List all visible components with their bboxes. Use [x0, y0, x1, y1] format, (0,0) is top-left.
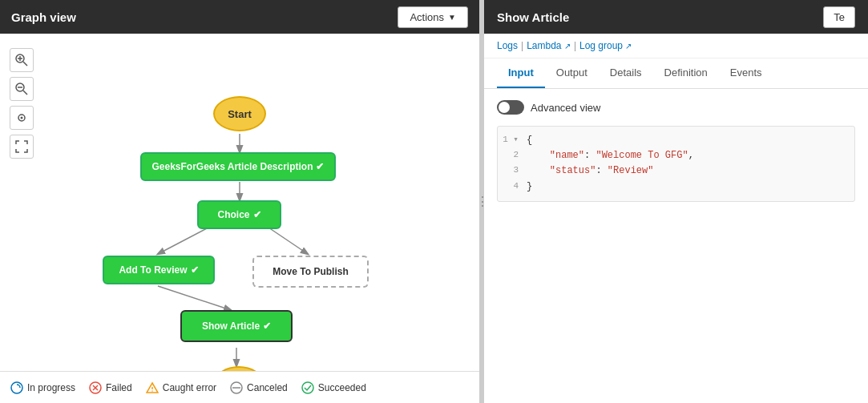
- article-desc-checkmark: ✔: [316, 161, 324, 172]
- tab-details[interactable]: Details: [599, 58, 653, 88]
- right-panel-title: Show Article: [497, 10, 569, 24]
- expand-icon: [15, 140, 28, 153]
- in-progress-icon: [10, 381, 24, 395]
- advanced-view-label: Advanced view: [531, 102, 600, 114]
- left-panel: Graph view Actions ▼: [0, 0, 481, 403]
- tab-definition[interactable]: Definition: [653, 58, 719, 88]
- move-to-publish-node[interactable]: Move To Publish: [252, 256, 369, 288]
- legend-failed: Failed: [88, 381, 132, 395]
- tab-events[interactable]: Events: [719, 58, 773, 88]
- code-block: 1 ▾ { 2 "name": "Welcome To GFG", 3 "sta…: [497, 126, 855, 202]
- line-content-4: }: [527, 179, 532, 195]
- start-node[interactable]: Start: [213, 96, 266, 131]
- fit-view-button[interactable]: [10, 106, 34, 130]
- svg-point-15: [11, 382, 22, 393]
- line-num-1: 1 ▾: [498, 133, 527, 148]
- caught-error-icon: [145, 381, 159, 395]
- app-container: Graph view Actions ▼: [0, 0, 868, 403]
- canceled-icon: [229, 381, 244, 395]
- add-to-review-checkmark: ✔: [191, 264, 199, 276]
- succeeded-icon: [301, 381, 315, 395]
- flowchart: Start GeeksForGeeks Article Description …: [0, 34, 479, 371]
- legend-in-progress: In progress: [10, 381, 75, 395]
- graph-view-title: Graph view: [11, 10, 76, 24]
- actions-button[interactable]: Actions ▼: [398, 6, 468, 28]
- advanced-view-row: Advanced view: [497, 100, 855, 115]
- right-panel: Show Article Te Logs | Lambda ↗ | Log gr…: [484, 0, 868, 403]
- code-line-3: 3 "status": "Review": [498, 163, 854, 179]
- legend-succeeded: Succeeded: [301, 381, 366, 395]
- svg-line-12: [268, 228, 308, 254]
- external-link-icon: ↗: [564, 42, 571, 50]
- line-content-2: "name": "Welcome To GFG",: [527, 148, 694, 163]
- end-node[interactable]: End: [215, 366, 263, 371]
- in-progress-label: In progress: [27, 382, 75, 393]
- svg-point-8: [21, 117, 23, 119]
- code-line-1: 1 ▾ {: [498, 133, 854, 148]
- canceled-label: Canceled: [247, 382, 288, 393]
- zoom-toolbar: [10, 48, 34, 159]
- links-row: Logs | Lambda ↗ | Log group ↗: [484, 34, 868, 58]
- legend-caught-error: Caught error: [145, 381, 216, 395]
- choice-checkmark: ✔: [253, 209, 261, 220]
- lambda-link[interactable]: Lambda ↗: [527, 40, 571, 51]
- line-num-2: 2: [498, 148, 527, 163]
- pipe-1: |: [521, 40, 523, 51]
- svg-line-5: [23, 91, 27, 95]
- content-area: Advanced view 1 ▾ { 2 "name": "Welcome T…: [484, 89, 868, 403]
- caught-error-label: Caught error: [163, 382, 216, 393]
- legend-bar: In progress Failed Caught error Canceled: [0, 371, 479, 403]
- pipe-2: |: [574, 40, 576, 51]
- zoom-in-icon: [15, 54, 28, 66]
- toggle-knob: [499, 102, 510, 113]
- lambda-text: Lambda: [527, 40, 561, 51]
- svg-line-13: [158, 286, 231, 310]
- line-num-3: 3: [498, 163, 527, 179]
- code-line-2: 2 "name": "Welcome To GFG",: [498, 148, 854, 163]
- logs-link[interactable]: Logs: [497, 40, 518, 51]
- svg-line-11: [158, 228, 208, 254]
- zoom-out-icon: [15, 83, 28, 95]
- actions-label: Actions: [410, 11, 444, 23]
- add-to-review-node[interactable]: Add To Review ✔: [103, 256, 215, 284]
- choice-node[interactable]: Choice ✔: [197, 200, 281, 229]
- advanced-view-toggle[interactable]: [497, 100, 524, 115]
- svg-line-1: [23, 62, 27, 66]
- left-header: Graph view Actions ▼: [0, 0, 479, 34]
- tab-input[interactable]: Input: [497, 58, 545, 88]
- legend-canceled: Canceled: [229, 381, 288, 395]
- line-content-1: {: [527, 133, 532, 148]
- actions-arrow-icon: ▼: [448, 13, 456, 22]
- te-button[interactable]: Te: [823, 6, 855, 28]
- svg-point-21: [151, 390, 153, 392]
- code-line-4: 4 }: [498, 179, 854, 195]
- line-content-3: "status": "Review": [527, 163, 653, 179]
- log-group-external-icon: ↗: [625, 42, 632, 50]
- svg-point-24: [302, 382, 313, 393]
- failed-label: Failed: [106, 382, 132, 393]
- tab-output[interactable]: Output: [545, 58, 599, 88]
- show-article-checkmark: ✔: [263, 320, 271, 332]
- graph-area[interactable]: Start GeeksForGeeks Article Description …: [0, 34, 479, 371]
- succeeded-label: Succeeded: [318, 382, 366, 393]
- zoom-in-button[interactable]: [10, 48, 34, 72]
- right-header: Show Article Te: [484, 0, 868, 34]
- tabs-row: Input Output Details Definition Events: [484, 58, 868, 89]
- expand-button[interactable]: [10, 135, 34, 159]
- show-article-node[interactable]: Show Article ✔: [180, 310, 293, 342]
- fit-view-icon: [15, 111, 28, 124]
- zoom-out-button[interactable]: [10, 77, 34, 101]
- line-num-4: 4: [498, 179, 527, 195]
- failed-icon: [88, 381, 103, 395]
- log-group-text: Log group: [579, 40, 623, 51]
- log-group-link[interactable]: Log group ↗: [579, 40, 632, 51]
- article-desc-node[interactable]: GeeksForGeeks Article Description ✔: [140, 152, 336, 181]
